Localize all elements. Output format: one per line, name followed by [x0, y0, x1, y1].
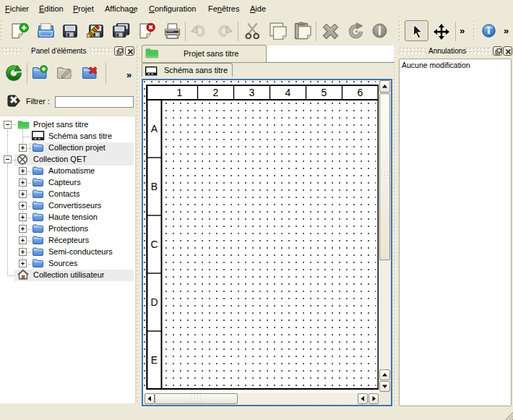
svg-text:3: 3: [249, 87, 255, 98]
svg-text:B: B: [151, 181, 158, 192]
svg-text:A: A: [151, 123, 158, 134]
svg-text:6: 6: [358, 87, 363, 98]
svg-text:D: D: [150, 296, 158, 308]
svg-text:1: 1: [177, 87, 183, 98]
svg-text:5: 5: [322, 87, 327, 98]
svg-text:C: C: [150, 239, 158, 250]
svg-text:E: E: [151, 354, 158, 366]
svg-text:4: 4: [285, 87, 291, 98]
svg-text:2: 2: [213, 87, 219, 98]
